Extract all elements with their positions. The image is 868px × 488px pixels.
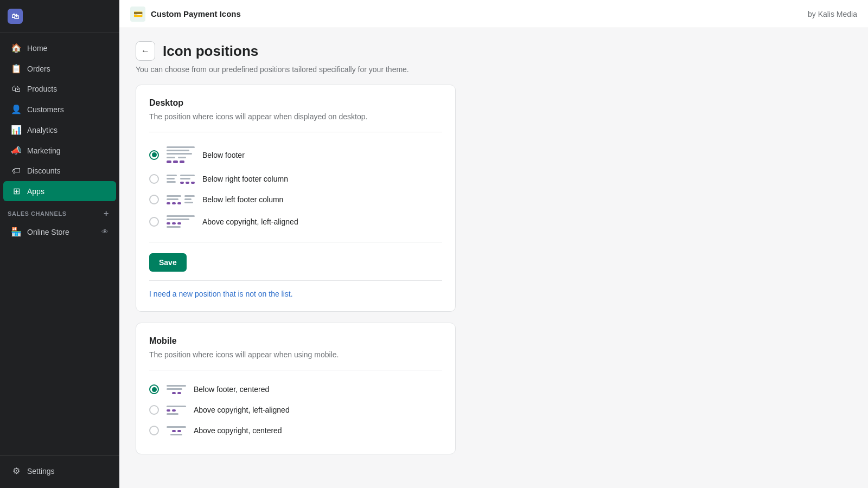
online-store-icon: 🏪 [11, 227, 22, 237]
radio-option-below-left-footer[interactable]: Below left footer column [149, 189, 442, 210]
radio-below-footer[interactable] [149, 150, 159, 160]
desktop-description: The position where icons will appear whe… [149, 112, 442, 121]
products-icon: 🛍 [11, 84, 22, 94]
radio-below-footer-label: Below footer [202, 151, 245, 159]
sidebar-item-discounts-label: Discounts [27, 166, 60, 175]
radio-option-mobile-below-footer-centered[interactable]: Below footer, centered [149, 379, 442, 400]
marketing-icon: 📣 [11, 145, 22, 156]
preview-below-left-footer [167, 195, 195, 204]
sidebar-item-analytics[interactable]: 📊 Analytics [3, 120, 116, 140]
customers-icon: 👤 [11, 104, 22, 114]
sidebar-item-products[interactable]: 🛍 Products [3, 79, 116, 99]
preview-below-right-footer [167, 175, 195, 184]
radio-below-left-footer-label: Below left footer column [202, 195, 283, 204]
page-title: Icon positions [163, 43, 258, 60]
radio-above-copyright-left-label: Above copyright, left-aligned [202, 217, 298, 226]
preview-mobile-below-footer-centered [167, 385, 186, 394]
page-subtitle: You can choose from our predefined posit… [136, 65, 852, 74]
sidebar-item-home[interactable]: 🏠 Home [3, 38, 116, 58]
save-divider [149, 242, 442, 242]
radio-above-copyright-left[interactable] [149, 217, 159, 227]
radio-mobile-above-copyright-centered-label: Above copyright, centered [194, 426, 282, 435]
preview-mobile-above-copyright-centered [167, 426, 186, 435]
radio-option-below-footer[interactable]: Below footer [149, 141, 442, 169]
sidebar-item-orders-label: Orders [27, 65, 50, 73]
topbar-left: 💳 Custom Payment Icons [130, 7, 241, 22]
sidebar-item-settings-label: Settings [27, 467, 55, 476]
sidebar-item-online-store-label: Online Store [27, 228, 69, 236]
preview-below-footer [167, 146, 195, 163]
radio-below-right-footer-label: Below right footer column [202, 175, 288, 183]
sidebar: 🛍 🏠 Home 📋 Orders 🛍 Products 👤 Customers… [0, 0, 119, 488]
sidebar-item-marketing-label: Marketing [27, 146, 60, 155]
radio-below-right-footer[interactable] [149, 174, 159, 184]
preview-mobile-above-copyright-left [167, 406, 186, 415]
help-link[interactable]: I need a new position that is not on the… [149, 280, 442, 298]
analytics-icon: 📊 [11, 125, 22, 135]
mobile-divider [149, 370, 442, 370]
sidebar-item-analytics-label: Analytics [27, 126, 58, 134]
sidebar-item-products-label: Products [27, 85, 57, 93]
sidebar-item-apps-label: Apps [27, 187, 44, 196]
sidebar-item-online-store[interactable]: 🏪 Online Store 👁 [3, 222, 116, 242]
sidebar-bottom: ⚙ Settings [0, 455, 119, 488]
topbar: 💳 Custom Payment Icons by Kalis Media [119, 0, 868, 28]
mobile-description: The position where icons will appear whe… [149, 350, 442, 359]
logo-icon: 🛍 [8, 9, 23, 24]
radio-mobile-above-copyright-left-label: Above copyright, left-aligned [194, 406, 290, 414]
sidebar-nav: 🏠 Home 📋 Orders 🛍 Products 👤 Customers 📊… [0, 33, 119, 455]
radio-option-below-right-footer[interactable]: Below right footer column [149, 169, 442, 189]
app-icon: 💳 [130, 7, 145, 22]
radio-mobile-above-copyright-centered[interactable] [149, 426, 159, 435]
content-area: ← Icon positions You can choose from our… [119, 28, 868, 488]
radio-mobile-below-footer-centered[interactable] [149, 384, 159, 394]
add-sales-channel-button[interactable]: + [101, 208, 112, 219]
radio-mobile-above-copyright-left[interactable] [149, 405, 159, 415]
desktop-card: Desktop The position where icons will ap… [136, 85, 456, 312]
back-button[interactable]: ← [136, 41, 155, 61]
radio-option-mobile-above-copyright-centered[interactable]: Above copyright, centered [149, 420, 442, 441]
radio-option-above-copyright-left[interactable]: Above copyright, left-aligned [149, 210, 442, 233]
sidebar-logo: 🛍 [0, 0, 119, 33]
orders-icon: 📋 [11, 63, 22, 74]
sidebar-item-orders[interactable]: 📋 Orders [3, 59, 116, 79]
main: 💳 Custom Payment Icons by Kalis Media ← … [119, 0, 868, 488]
page-header: ← Icon positions [136, 41, 852, 61]
radio-below-left-footer[interactable] [149, 195, 159, 204]
sidebar-item-settings[interactable]: ⚙ Settings [3, 461, 116, 481]
home-icon: 🏠 [11, 43, 22, 53]
settings-icon: ⚙ [11, 466, 22, 476]
sidebar-item-discounts[interactable]: 🏷 Discounts [3, 161, 116, 181]
apps-icon: ⊞ [11, 186, 22, 196]
mobile-card: Mobile The position where icons will app… [136, 323, 456, 454]
preview-above-copyright-left [167, 215, 195, 228]
sidebar-item-home-label: Home [27, 44, 47, 53]
topbar-title: Custom Payment Icons [151, 9, 241, 18]
sidebar-item-customers-label: Customers [27, 105, 64, 114]
mobile-section-title: Mobile [149, 336, 442, 346]
save-button[interactable]: Save [149, 253, 187, 272]
online-store-left: 🏪 Online Store [11, 227, 69, 237]
radio-mobile-below-footer-centered-label: Below footer, centered [194, 385, 269, 394]
sidebar-item-marketing[interactable]: 📣 Marketing [3, 140, 116, 160]
sidebar-item-customers[interactable]: 👤 Customers [3, 99, 116, 119]
sidebar-item-apps[interactable]: ⊞ Apps [3, 181, 116, 201]
discounts-icon: 🏷 [11, 166, 22, 176]
topbar-by: by Kalis Media [808, 10, 857, 18]
desktop-divider [149, 132, 442, 132]
desktop-section-title: Desktop [149, 98, 442, 108]
online-store-visibility-icon[interactable]: 👁 [101, 228, 108, 236]
sales-channels-label: SALES CHANNELS + [0, 202, 119, 221]
radio-option-mobile-above-copyright-left[interactable]: Above copyright, left-aligned [149, 400, 442, 420]
